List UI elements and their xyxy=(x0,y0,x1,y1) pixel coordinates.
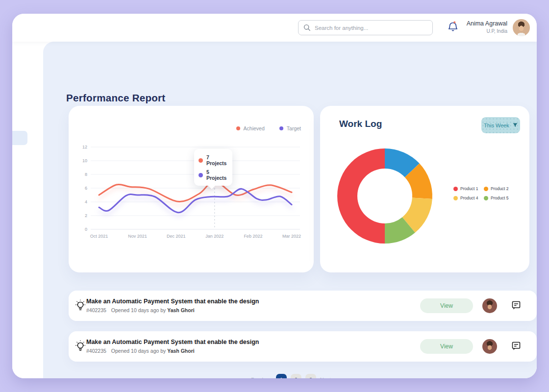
task-row[interactable]: Make an Automatic Payment System that en… xyxy=(69,291,537,321)
task-meta: #402235 Opened 10 days ago by Yash Ghori xyxy=(86,348,195,354)
user-location: U.P, India xyxy=(456,28,507,34)
task-title: Make an Automatic Payment System that en… xyxy=(86,298,259,305)
comment-icon xyxy=(512,342,521,351)
product-1-dot-icon xyxy=(453,187,458,191)
task-opened: Opened 10 days ago by xyxy=(111,348,166,354)
task-row[interactable]: Make an Automatic Payment System that en… xyxy=(69,331,537,362)
comment-button[interactable] xyxy=(512,342,521,353)
legend-label: Product 5 xyxy=(491,196,508,200)
svg-text:Oct 2021: Oct 2021 xyxy=(90,234,108,239)
target-dot-icon xyxy=(199,173,203,177)
legend-label: Target xyxy=(287,125,301,131)
lightbulb-icon xyxy=(74,299,87,313)
tooltip-row: 7 Projects xyxy=(199,153,228,168)
view-button[interactable]: View xyxy=(420,298,473,313)
legend-item-product-1[interactable]: Product 1 xyxy=(453,186,484,191)
svg-text:Dec 2021: Dec 2021 xyxy=(167,234,186,239)
svg-text:Nov 2021: Nov 2021 xyxy=(128,234,147,239)
next-button[interactable]: Next xyxy=(320,377,331,378)
svg-text:4: 4 xyxy=(85,199,87,204)
top-bar: Anima Agrawal U.P, India xyxy=(12,14,537,42)
legend-item-achieved[interactable]: Achieved xyxy=(236,125,265,131)
task-title: Make an Automatic Payment System that en… xyxy=(86,339,259,345)
legend-label: Product 4 xyxy=(460,196,478,200)
legend-label: Achieved xyxy=(244,125,265,131)
svg-text:0: 0 xyxy=(85,227,87,232)
user-name: Anima Agrawal xyxy=(456,20,507,27)
chart-tooltip: 7 Projects 5 Projects xyxy=(194,149,232,186)
svg-text:12: 12 xyxy=(82,145,87,149)
legend-label: Product 2 xyxy=(491,186,508,191)
page-button-2[interactable]: 2 xyxy=(291,374,301,378)
tooltip-row: 5 Projects xyxy=(199,168,228,182)
legend-item-product-2[interactable]: Product 2 xyxy=(484,186,514,191)
search-input[interactable] xyxy=(315,25,427,31)
task-author: Yash Ghori xyxy=(167,348,194,354)
task-id: #402235 xyxy=(86,307,106,313)
product-2-dot-icon xyxy=(484,187,488,191)
svg-text:6: 6 xyxy=(85,186,87,191)
search-box[interactable] xyxy=(298,20,433,35)
line-chart-legend: Achieved Target xyxy=(236,125,301,131)
product-4-dot-icon xyxy=(453,196,458,200)
task-meta: #402235 Opened 10 days ago by Yash Ghori xyxy=(86,307,195,313)
svg-text:2: 2 xyxy=(85,213,87,218)
tooltip-value: 7 Projects xyxy=(206,154,228,166)
achieved-dot-icon xyxy=(199,158,203,163)
svg-text:Mar 2022: Mar 2022 xyxy=(282,234,301,239)
page-title: Performance Report xyxy=(66,92,165,104)
task-opened: Opened 10 days ago by xyxy=(111,307,166,313)
app-window: Anima Agrawal U.P, India Performance Rep… xyxy=(12,14,537,378)
user-block[interactable]: Anima Agrawal U.P, India xyxy=(456,20,507,34)
svg-text:8: 8 xyxy=(85,172,87,177)
page-button-1[interactable]: 1 xyxy=(276,374,287,378)
previous-button[interactable]: Previous xyxy=(251,377,272,378)
target-dot-icon xyxy=(279,126,283,130)
product-5-dot-icon xyxy=(484,196,488,200)
legend-label: Product 1 xyxy=(460,186,478,191)
page-button-3[interactable]: 3 xyxy=(305,374,316,378)
performance-chart-card: 024681012Oct 2021Nov 2021Dec 2021Jan 202… xyxy=(69,106,314,272)
view-button[interactable]: View xyxy=(420,339,473,354)
achieved-dot-icon xyxy=(236,126,240,130)
legend-item-product-5[interactable]: Product 5 xyxy=(484,196,514,200)
user-avatar[interactable] xyxy=(513,19,530,36)
task-id: #402235 xyxy=(86,348,106,354)
search-icon xyxy=(303,24,311,31)
svg-text:10: 10 xyxy=(82,158,87,163)
svg-text:Jan 2022: Jan 2022 xyxy=(205,234,224,239)
donut-legend: Product 1 Product 2 Product 4 Product 5 xyxy=(453,186,514,200)
svg-text:Feb 2022: Feb 2022 xyxy=(244,234,262,239)
lightbulb-icon xyxy=(74,340,87,353)
legend-item-product-4[interactable]: Product 4 xyxy=(453,196,484,200)
sidebar-active-indicator[interactable] xyxy=(12,131,27,145)
assignee-avatar[interactable] xyxy=(482,339,497,354)
comment-button[interactable] xyxy=(512,301,521,312)
pagination: Previous 1 2 3 Next xyxy=(251,374,331,378)
legend-item-target[interactable]: Target xyxy=(279,125,301,131)
tooltip-value: 5 Projects xyxy=(206,169,228,181)
comment-icon xyxy=(512,301,521,310)
assignee-avatar[interactable] xyxy=(482,298,497,313)
sidebar xyxy=(12,42,43,378)
task-author: Yash Ghori xyxy=(167,307,194,313)
work-log-card: Work Log This Week Product 1 Product 2 P… xyxy=(320,106,529,272)
